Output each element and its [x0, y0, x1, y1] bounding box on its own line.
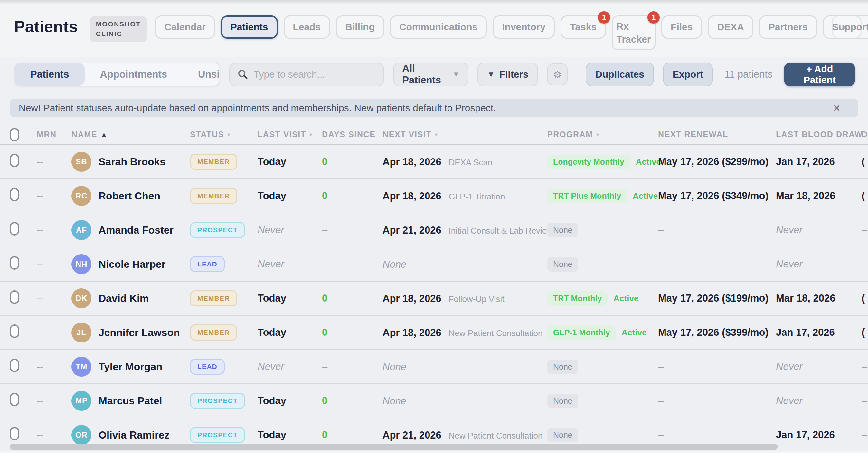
scope-select-value: All Patients: [402, 63, 452, 86]
last-blood-draw: Mar 18, 2026: [776, 292, 862, 304]
status-badge: MEMBER: [190, 154, 237, 170]
view-tab-appointments[interactable]: Appointments: [85, 63, 183, 86]
view-tab-unsigned[interactable]: Unsigned: [183, 63, 220, 86]
status-badge: LEAD: [190, 359, 225, 375]
nav-tab-support[interactable]: Support: [823, 16, 868, 39]
sort-caret-icon: ▾: [596, 131, 600, 138]
nav-tab-files[interactable]: Files: [661, 16, 702, 39]
table-body: -- SB Sarah Brooks MEMBER Today 0 Apr 18…: [0, 145, 868, 452]
row-checkbox[interactable]: [10, 154, 19, 167]
row-checkbox[interactable]: [10, 256, 19, 270]
nav-tab-billing[interactable]: Billing: [336, 16, 384, 39]
table-row[interactable]: -- DK David Kim MEMBER Today 0 Apr 18, 2…: [0, 282, 868, 316]
horizontal-scrollbar[interactable]: [10, 444, 778, 450]
tab-label: Inventory: [502, 22, 546, 32]
avatar: SB: [71, 152, 91, 172]
avatar: MP: [71, 391, 91, 411]
days-since: 0: [322, 190, 382, 202]
next-renewal: May 17, 2026 ($349/mo): [658, 190, 776, 202]
column-header-next-visit[interactable]: NEXT VISIT ▾: [382, 130, 547, 139]
search-input[interactable]: Type to search...: [229, 62, 384, 86]
filters-label: Filters: [499, 69, 528, 80]
tab-label: Partners: [769, 22, 808, 32]
column-header-d[interactable]: D: [862, 130, 868, 139]
last-blood-draw: Never: [776, 395, 862, 406]
status-badge: PROSPECT: [190, 393, 245, 409]
nav-tab-rx-tracker[interactable]: Rx Tracker 1: [612, 16, 655, 50]
bottom-strip: [0, 451, 868, 453]
column-header-label: MRN: [37, 130, 57, 139]
table-row[interactable]: -- RC Robert Chen MEMBER Today 0 Apr 18,…: [0, 179, 868, 213]
column-header-next-renewal[interactable]: NEXT RENEWAL: [658, 130, 776, 139]
nav-tab-inventory[interactable]: Inventory: [493, 16, 555, 39]
page-title: Patients: [14, 18, 78, 36]
table-row[interactable]: -- JL Jennifer Lawson MEMBER Today 0 Apr…: [0, 316, 868, 350]
row-checkbox[interactable]: [10, 427, 19, 441]
nav-tab-dexa[interactable]: DEXA: [708, 16, 753, 39]
nav-tab-leads[interactable]: Leads: [284, 16, 330, 39]
view-tab-patients[interactable]: Patients: [15, 63, 85, 86]
gear-icon: ⚙: [553, 69, 562, 80]
next-renewal: May 17, 2026 ($399/mo): [658, 327, 776, 338]
column-header-status[interactable]: STATUS ▾: [190, 130, 257, 139]
row-checkbox[interactable]: [10, 290, 19, 304]
export-button[interactable]: Export: [663, 62, 713, 86]
table-row[interactable]: -- NH Nicole Harper LEAD Never – None No…: [0, 248, 868, 282]
column-header-program[interactable]: PROGRAM ▾: [547, 130, 658, 139]
row-checkbox[interactable]: [10, 324, 19, 338]
table-row[interactable]: -- MP Marcus Patel PROSPECT Today 0 None…: [0, 384, 868, 418]
duplicates-button[interactable]: Duplicates: [586, 62, 654, 86]
column-settings-button[interactable]: ⚙: [547, 63, 568, 85]
row-mrn: --: [37, 429, 71, 441]
sort-caret-icon: ▾: [227, 131, 231, 138]
nav-tab-communications[interactable]: Communications: [390, 16, 487, 39]
row-checkbox[interactable]: [10, 188, 19, 201]
last-visit: Today: [257, 327, 322, 338]
row-mrn: --: [37, 225, 71, 235]
avatar: AF: [71, 220, 91, 240]
nav-tab-calendar[interactable]: Calendar: [155, 16, 215, 39]
status-badge: MEMBER: [190, 188, 237, 204]
sort-caret-icon: ▾: [309, 131, 313, 138]
row-checkbox[interactable]: [10, 359, 19, 372]
patient-name: Nicole Harper: [98, 258, 165, 270]
column-header-label: D: [862, 130, 868, 139]
nav-tab-tasks[interactable]: Tasks 1: [561, 16, 606, 39]
add-patient-button[interactable]: + Add Patient: [784, 62, 855, 86]
column-header-days-since[interactable]: DAYS SINCE: [322, 130, 382, 139]
table-row[interactable]: -- AF Amanda Foster PROSPECT Never – Apr…: [0, 213, 868, 248]
chevron-down-icon: ▼: [452, 70, 459, 79]
table-row[interactable]: -- TM Tyler Morgan LEAD Never – None Non…: [0, 350, 868, 384]
notification-badge: 1: [647, 11, 660, 24]
row-checkbox[interactable]: [10, 222, 19, 235]
next-renewal: –: [658, 395, 776, 406]
view-tab-label: Appointments: [100, 68, 167, 80]
days-since: 0: [322, 327, 382, 338]
select-all-checkbox[interactable]: [10, 128, 19, 141]
patient-name: Jennifer Lawson: [98, 327, 180, 339]
patient-name: Marcus Patel: [98, 395, 162, 407]
column-header-label: NEXT RENEWAL: [658, 130, 728, 139]
clipped-column-cell: –: [862, 361, 868, 372]
last-blood-draw: Never: [776, 258, 862, 270]
column-header-name[interactable]: NAME ▲: [71, 130, 190, 139]
nav-tab-partners[interactable]: Partners: [759, 16, 817, 39]
patient-scope-select[interactable]: All Patients ▼: [393, 62, 468, 86]
view-tab-label: Unsigned: [198, 68, 220, 80]
table-row[interactable]: -- SB Sarah Brooks MEMBER Today 0 Apr 18…: [0, 145, 868, 179]
row-checkbox[interactable]: [10, 393, 19, 406]
column-header-mrn[interactable]: MRN: [37, 130, 71, 139]
status-badge: MEMBER: [190, 324, 237, 341]
column-header-last-visit[interactable]: LAST VISIT ▾: [257, 130, 322, 139]
avatar: RC: [71, 186, 91, 206]
next-renewal: –: [658, 361, 776, 372]
avatar: TM: [71, 357, 91, 377]
column-header-last-blood-draw[interactable]: LAST BLOOD DRAW: [776, 130, 862, 139]
column-header[interactable]: [10, 128, 37, 141]
filters-button[interactable]: ▼ Filters: [477, 62, 538, 86]
nav-tab-patients[interactable]: Patients: [221, 16, 278, 39]
clinic-badge: MOONSHOT CLINIC: [90, 16, 148, 42]
next-visit-type: Follow-Up Visit: [449, 294, 504, 304]
banner-close-icon[interactable]: ×: [824, 102, 849, 114]
clipped-column-cell: (: [862, 156, 868, 168]
